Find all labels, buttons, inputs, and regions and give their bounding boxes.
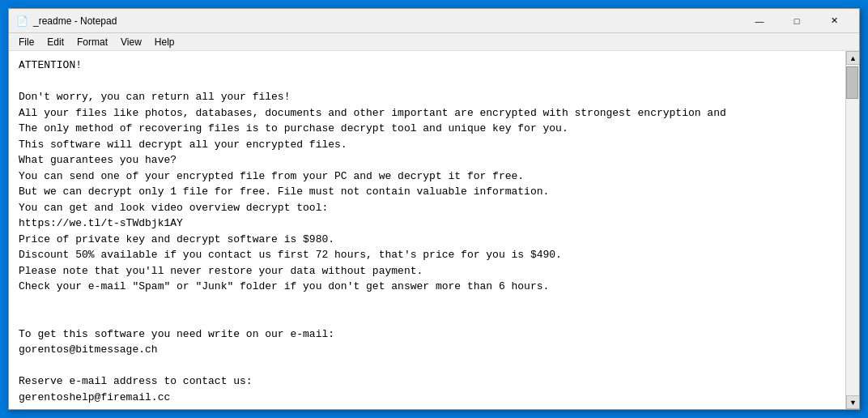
title-bar: 📄 _readme - Notepad — □ ✕ bbox=[9, 9, 859, 33]
scroll-down-button[interactable]: ▼ bbox=[846, 395, 859, 409]
notepad-window: 📄 _readme - Notepad — □ ✕ File Edit Form… bbox=[8, 8, 860, 410]
content-area: ATTENTION! Don't worry, you can return a… bbox=[9, 51, 859, 409]
scroll-up-button[interactable]: ▲ bbox=[846, 51, 859, 65]
window-controls: — □ ✕ bbox=[741, 9, 853, 33]
text-editor[interactable]: ATTENTION! Don't worry, you can return a… bbox=[9, 51, 845, 409]
window-title: _readme - Notepad bbox=[33, 15, 741, 27]
scrollbar-track[interactable] bbox=[846, 65, 859, 395]
app-icon: 📄 bbox=[15, 15, 28, 28]
menu-edit[interactable]: Edit bbox=[40, 35, 70, 49]
menu-format[interactable]: Format bbox=[70, 35, 114, 49]
menu-bar: File Edit Format View Help bbox=[9, 33, 859, 51]
menu-file[interactable]: File bbox=[12, 35, 40, 49]
close-button[interactable]: ✕ bbox=[815, 9, 853, 33]
maximize-button[interactable]: □ bbox=[778, 9, 815, 33]
scrollbar-thumb[interactable] bbox=[846, 66, 858, 99]
vertical-scrollbar: ▲ ▼ bbox=[845, 51, 859, 409]
minimize-button[interactable]: — bbox=[741, 9, 778, 33]
menu-help[interactable]: Help bbox=[148, 35, 181, 49]
menu-view[interactable]: View bbox=[114, 35, 148, 49]
